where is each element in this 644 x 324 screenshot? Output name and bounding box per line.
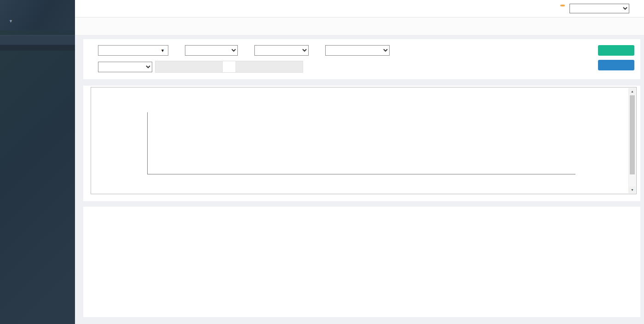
table-section <box>83 207 640 317</box>
chart-section: ▲ ▼ <box>83 86 640 201</box>
line-select[interactable] <box>185 45 238 56</box>
page-header <box>75 17 644 35</box>
filter-row-1: ▼ <box>94 45 633 56</box>
topbar <box>75 0 644 17</box>
filter-row-2 <box>94 61 633 73</box>
notification-badge <box>560 5 565 6</box>
app-window: ▼ <box>0 0 644 324</box>
export-button[interactable] <box>598 60 634 70</box>
search-button[interactable] <box>598 45 634 56</box>
sidebar-submenu <box>0 45 75 51</box>
chart-plot <box>147 112 575 174</box>
caret-down-icon: ▼ <box>9 19 13 23</box>
filter-panel: ▼ <box>83 39 640 79</box>
date-end-input[interactable] <box>236 61 303 73</box>
date-start-input[interactable] <box>155 61 223 73</box>
company-code-dropdown[interactable]: ▼ <box>7 17 68 24</box>
scroll-up-icon[interactable]: ▲ <box>629 88 636 95</box>
sidebar-logo-block: ▼ <box>0 0 75 30</box>
scrollbar-thumb[interactable] <box>630 95 635 174</box>
chart-box: ▲ ▼ <box>91 87 637 194</box>
company-select[interactable]: ▼ <box>98 45 168 56</box>
sidebar-menu <box>0 35 75 51</box>
language-select[interactable] <box>569 4 629 13</box>
action-buttons <box>598 45 634 70</box>
chart-scrollbar[interactable]: ▲ ▼ <box>628 88 636 193</box>
content: ▼ <box>75 35 644 324</box>
date-range-separator <box>223 61 236 73</box>
scroll-down-icon[interactable]: ▼ <box>629 186 636 193</box>
main-area: ▼ <box>75 0 644 324</box>
vehicle-select[interactable] <box>254 45 309 56</box>
date-preset-select[interactable] <box>98 62 152 72</box>
sidebar: ▼ <box>0 0 75 324</box>
sidebar-item-passenger-stats[interactable] <box>0 35 75 45</box>
station-select[interactable] <box>325 45 390 56</box>
dropdown-arrow-icon: ▼ <box>161 48 165 53</box>
